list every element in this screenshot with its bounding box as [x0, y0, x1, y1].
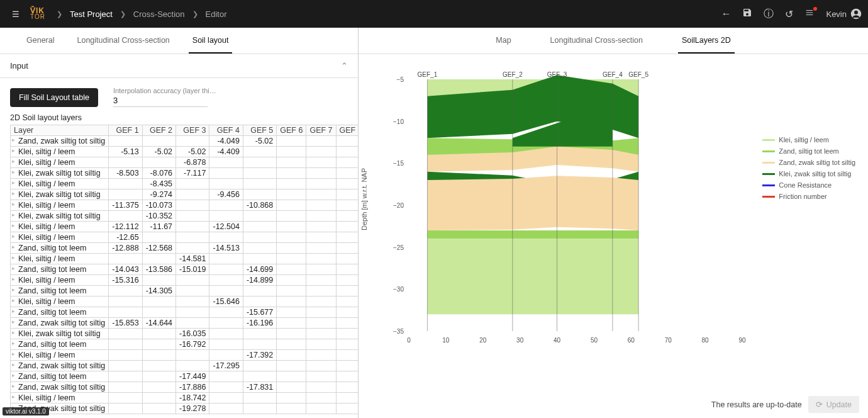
value-cell[interactable] — [209, 286, 243, 297]
value-cell[interactable] — [277, 136, 306, 147]
value-cell[interactable]: -17.886 — [176, 382, 209, 393]
value-cell[interactable] — [142, 157, 175, 168]
value-cell[interactable]: -12.504 — [209, 222, 243, 232]
table-row[interactable]: Zand, siltig tot leem-14.043-13.586-15.0… — [11, 264, 359, 275]
input-section-header[interactable]: Input ⌃ — [0, 54, 358, 78]
value-cell[interactable] — [209, 232, 243, 243]
value-cell[interactable]: -16.196 — [243, 318, 276, 329]
value-cell[interactable] — [336, 179, 358, 189]
layer-cell[interactable]: Zand, siltig tot leem — [11, 243, 109, 254]
value-cell[interactable] — [243, 254, 276, 264]
layer-cell[interactable]: Zand, zwak siltig tot siltig — [11, 382, 109, 393]
table-row[interactable]: Klei, siltig / leem-8.435 — [11, 179, 359, 189]
table-row[interactable]: Klei, zwak siltig tot siltig-16.035 — [11, 329, 359, 339]
table-row[interactable]: Klei, siltig / leem-12.112-11.67-12.504 — [11, 222, 359, 232]
layer-cell[interactable]: Klei, zwak siltig tot siltig — [11, 211, 109, 222]
value-cell[interactable] — [142, 329, 175, 339]
value-cell[interactable] — [176, 307, 209, 318]
table-row[interactable]: Zand, siltig tot leem-17.449 — [11, 371, 359, 382]
value-cell[interactable]: -4.049 — [209, 136, 243, 147]
value-cell[interactable] — [243, 232, 276, 243]
value-cell[interactable] — [109, 179, 142, 189]
value-cell[interactable] — [336, 350, 358, 361]
value-cell[interactable] — [243, 157, 276, 168]
value-cell[interactable] — [109, 307, 142, 318]
value-cell[interactable]: -11.67 — [142, 222, 175, 232]
value-cell[interactable] — [142, 361, 175, 371]
value-cell[interactable]: -14.305 — [142, 286, 175, 297]
table-row[interactable]: Zand, zwak siltig tot siltig-17.295 — [11, 361, 359, 371]
value-cell[interactable] — [277, 179, 306, 189]
value-cell[interactable]: -9.456 — [209, 189, 243, 200]
value-cell[interactable] — [277, 297, 306, 307]
value-cell[interactable] — [306, 179, 336, 189]
crumb-editor[interactable]: Editor — [206, 9, 227, 19]
soil-table-wrap[interactable]: LayerGEF 1GEF 2GEF 3GEF 4GEF 5GEF 6GEF 7… — [0, 125, 358, 418]
layer-cell[interactable]: Klei, siltig / leem — [11, 232, 109, 243]
table-row[interactable]: Zand, siltig tot leem-14.305 — [11, 286, 359, 297]
value-cell[interactable] — [277, 147, 306, 157]
back-icon[interactable]: ← — [721, 8, 731, 20]
value-cell[interactable] — [277, 404, 306, 414]
value-cell[interactable] — [306, 339, 336, 350]
value-cell[interactable] — [109, 393, 142, 404]
value-cell[interactable] — [277, 286, 306, 297]
table-row[interactable]: Klei, siltig / leem-17.392 — [11, 350, 359, 361]
value-cell[interactable] — [209, 404, 243, 414]
value-cell[interactable]: -14.513 — [209, 243, 243, 254]
value-cell[interactable] — [243, 339, 276, 350]
value-cell[interactable] — [209, 179, 243, 189]
value-cell[interactable] — [109, 286, 142, 297]
value-cell[interactable]: -15.646 — [209, 297, 243, 307]
value-cell[interactable] — [277, 371, 306, 382]
value-cell[interactable] — [109, 339, 142, 350]
value-cell[interactable]: -17.392 — [243, 350, 276, 361]
value-cell[interactable] — [277, 243, 306, 254]
value-cell[interactable]: -14.644 — [142, 318, 175, 329]
value-cell[interactable] — [306, 371, 336, 382]
table-row[interactable]: Klei, zwak siltig tot siltig-9.274-9.456 — [11, 189, 359, 200]
value-cell[interactable] — [277, 275, 306, 286]
value-cell[interactable] — [209, 329, 243, 339]
value-cell[interactable] — [209, 350, 243, 361]
value-cell[interactable] — [109, 157, 142, 168]
value-cell[interactable] — [176, 232, 209, 243]
value-cell[interactable]: -10.352 — [142, 211, 175, 222]
layer-cell[interactable]: Klei, siltig / leem — [11, 275, 109, 286]
value-cell[interactable] — [336, 371, 358, 382]
layer-cell[interactable]: Klei, siltig / leem — [11, 179, 109, 189]
table-row[interactable]: Zand, zwak siltig tot siltig-4.049-5.02 — [11, 136, 359, 147]
value-cell[interactable] — [209, 211, 243, 222]
value-cell[interactable] — [142, 254, 175, 264]
value-cell[interactable] — [306, 318, 336, 329]
value-cell[interactable] — [306, 211, 336, 222]
value-cell[interactable] — [176, 222, 209, 232]
value-cell[interactable] — [209, 371, 243, 382]
table-row[interactable]: Klei, siltig / leem-14.581 — [11, 254, 359, 264]
value-cell[interactable]: -11.375 — [109, 200, 142, 211]
value-cell[interactable] — [277, 361, 306, 371]
value-cell[interactable] — [336, 318, 358, 329]
tab-longitudinal-right[interactable]: Longitudinal Cross-section — [547, 28, 647, 54]
value-cell[interactable] — [336, 189, 358, 200]
value-cell[interactable] — [277, 339, 306, 350]
value-cell[interactable] — [142, 307, 175, 318]
value-cell[interactable] — [176, 200, 209, 211]
value-cell[interactable] — [243, 211, 276, 222]
table-row[interactable]: Zand, siltig tot leem-15.677 — [11, 307, 359, 318]
value-cell[interactable] — [142, 382, 175, 393]
value-cell[interactable] — [209, 157, 243, 168]
value-cell[interactable]: -10.868 — [243, 200, 276, 211]
value-cell[interactable] — [243, 286, 276, 297]
value-cell[interactable] — [306, 297, 336, 307]
crumb-project[interactable]: Test Project — [70, 9, 113, 19]
value-cell[interactable] — [277, 264, 306, 275]
info-icon[interactable]: ⓘ — [764, 8, 774, 21]
value-cell[interactable]: -15.316 — [109, 275, 142, 286]
interp-accuracy-input[interactable] — [113, 94, 208, 107]
value-cell[interactable] — [209, 339, 243, 350]
value-cell[interactable] — [142, 232, 175, 243]
value-cell[interactable] — [109, 404, 142, 414]
value-cell[interactable] — [306, 350, 336, 361]
value-cell[interactable] — [336, 254, 358, 264]
